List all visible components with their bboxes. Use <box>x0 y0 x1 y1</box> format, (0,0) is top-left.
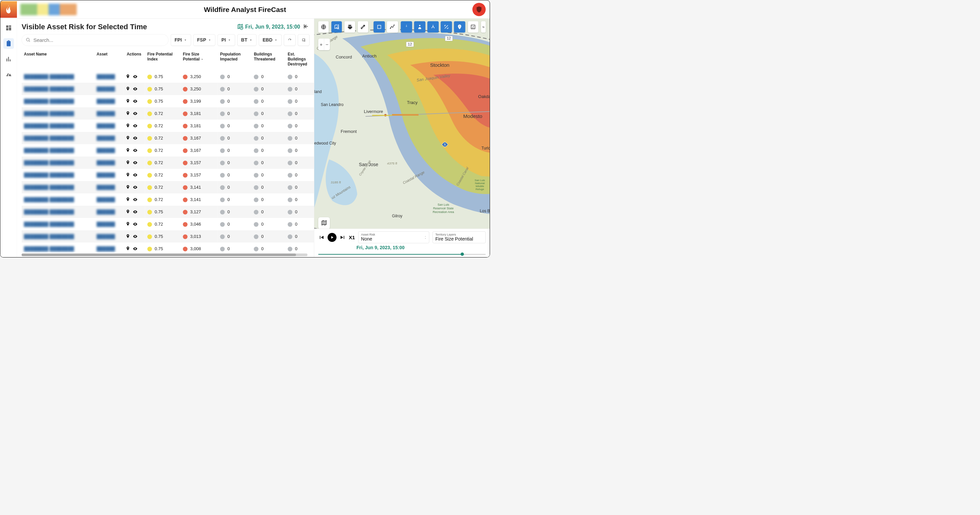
table-row[interactable]: ████████ ████████ ██████ 0.72 3,157 0 0 … <box>22 169 314 181</box>
eye-icon[interactable] <box>132 234 138 239</box>
locate-icon[interactable] <box>125 172 130 177</box>
locate-icon[interactable] <box>125 86 130 91</box>
skip-next-icon[interactable] <box>339 234 346 241</box>
locate-icon[interactable] <box>125 123 130 128</box>
skip-prev-icon[interactable] <box>318 234 325 241</box>
table-row[interactable]: ████████ ████████ ██████ 0.75 3,008 0 0 … <box>22 242 314 252</box>
locate-icon[interactable] <box>125 148 130 153</box>
eye-icon[interactable] <box>132 99 138 104</box>
zoom-in[interactable]: + <box>318 38 324 50</box>
col-actions[interactable]: Actions <box>123 49 145 70</box>
slider-handle[interactable] <box>460 252 464 256</box>
layer-z[interactable]: Z <box>468 21 478 33</box>
layer-d[interactable] <box>441 21 452 33</box>
search-input[interactable] <box>33 37 164 43</box>
table-row[interactable]: ████████ ████████ ██████ 0.72 3,167 0 0 … <box>22 144 314 156</box>
eye-icon[interactable] <box>132 111 138 116</box>
locate-icon[interactable] <box>125 99 130 104</box>
locate-icon[interactable] <box>125 136 130 140</box>
play-button[interactable] <box>328 233 337 242</box>
table-row[interactable]: ████████ ████████ ██████ 0.72 3,046 0 0 … <box>22 218 314 230</box>
col-fpi[interactable]: Fire Potential Index <box>145 49 181 70</box>
filter-ebd[interactable]: EBD <box>259 34 282 46</box>
layer-c[interactable] <box>427 21 439 33</box>
locate-icon[interactable] <box>125 246 130 251</box>
locate-icon[interactable] <box>125 209 130 214</box>
filter-fpi[interactable]: FPI <box>171 34 191 46</box>
locate-icon[interactable] <box>125 74 130 79</box>
map-zoom-to-button[interactable] <box>298 34 310 46</box>
locate-icon[interactable] <box>125 111 130 116</box>
refresh-button[interactable] <box>284 34 296 46</box>
table-row[interactable]: ████████ ████████ ██████ 0.72 3,181 0 0 … <box>22 107 314 120</box>
eye-icon[interactable] <box>132 86 138 91</box>
eye-icon[interactable] <box>132 74 138 79</box>
table-row[interactable]: ████████ ████████ ██████ 0.75 3,250 0 0 … <box>22 70 314 83</box>
eye-icon[interactable] <box>132 209 138 214</box>
shield-button[interactable] <box>473 3 486 16</box>
print-button[interactable] <box>345 21 355 33</box>
asset-name-redacted: ████████ ████████ <box>24 185 74 190</box>
zoom-control: + − <box>318 38 330 50</box>
eye-icon[interactable] <box>132 222 138 226</box>
locate-icon[interactable] <box>125 185 130 190</box>
eye-icon[interactable] <box>132 148 138 153</box>
table-row[interactable]: ████████ ████████ ██████ 0.75 3,127 0 0 … <box>22 206 314 218</box>
locate-icon[interactable] <box>125 222 130 226</box>
table-row[interactable]: ████████ ████████ ██████ 0.72 3,157 0 0 … <box>22 156 314 169</box>
territory-layer-selector[interactable]: Territory Layers Fire Size Potential <box>433 231 486 244</box>
layer-a[interactable] <box>401 21 412 33</box>
table-row[interactable]: ████████ ████████ ██████ 0.72 3,181 0 0 … <box>22 120 314 132</box>
map-clock-icon <box>237 24 243 30</box>
search-field[interactable] <box>22 34 169 46</box>
legend-toggle[interactable] <box>318 217 330 229</box>
tree-icon <box>404 24 409 30</box>
playback-speed[interactable]: X1 <box>349 234 355 240</box>
horizontal-scrollbar[interactable] <box>22 254 308 256</box>
globe-button[interactable] <box>318 21 329 33</box>
eye-icon[interactable] <box>132 160 138 165</box>
map-area[interactable]: 12 12 5 Concord Antioch Stockton Tracy L… <box>314 19 490 257</box>
select-tool[interactable] <box>373 21 385 33</box>
zoom-out[interactable]: − <box>324 38 330 50</box>
eye-icon[interactable] <box>132 123 138 128</box>
filter-pi[interactable]: PI <box>218 34 235 46</box>
col-bt[interactable]: Buildings Threatened <box>251 49 285 70</box>
nav-charts[interactable] <box>3 54 14 64</box>
measure-button[interactable] <box>358 21 368 33</box>
table-row[interactable]: ████████ ████████ ██████ 0.72 3,167 0 0 … <box>22 132 314 144</box>
eye-icon[interactable] <box>132 172 138 177</box>
map-search-button[interactable] <box>331 21 342 33</box>
collapse-panel-button[interactable] <box>303 23 310 30</box>
filter-fsp[interactable]: FSP <box>193 34 215 46</box>
time-slider[interactable] <box>318 253 486 255</box>
col-pi[interactable]: Population Impacted <box>218 49 251 70</box>
locate-icon[interactable] <box>125 197 130 202</box>
asset-risk-selector[interactable]: Asset Risk None <box>358 231 429 244</box>
eye-icon[interactable] <box>132 185 138 190</box>
locate-icon[interactable] <box>125 234 130 239</box>
table-row[interactable]: ████████ ████████ ██████ 0.75 3,013 0 0 … <box>22 230 314 242</box>
layer-b[interactable] <box>414 21 425 33</box>
filter-bt[interactable]: BT <box>237 34 256 46</box>
table-row[interactable]: ████████ ████████ ██████ 0.75 3,250 0 0 … <box>22 83 314 95</box>
panel-title: Visible Asset Risk for Selected Time <box>22 22 147 31</box>
layer-e[interactable] <box>454 21 465 33</box>
col-ebd[interactable]: Est. Buildings Destroyed <box>285 49 314 70</box>
col-asset-name[interactable]: Asset Name <box>22 49 94 70</box>
eye-icon[interactable] <box>132 246 138 251</box>
eye-icon[interactable] <box>132 197 138 202</box>
eye-icon[interactable] <box>132 136 138 140</box>
nav-asset-list[interactable] <box>3 38 14 49</box>
col-fsp[interactable]: Fire Size Potential <box>180 49 218 70</box>
table-row[interactable]: ████████ ████████ ██████ 0.75 3,199 0 0 … <box>22 95 314 107</box>
table-row[interactable]: ████████ ████████ ██████ 0.72 3,141 0 0 … <box>22 181 314 193</box>
nav-dashboard[interactable] <box>3 22 14 33</box>
col-asset[interactable]: Asset <box>94 49 123 70</box>
locate-icon[interactable] <box>125 160 130 165</box>
panel-date[interactable]: Fri, Jun 9, 2023, 15:00 <box>237 24 300 30</box>
line-tool[interactable] <box>387 21 398 33</box>
table-row[interactable]: ████████ ████████ ██████ 0.72 3,141 0 0 … <box>22 193 314 206</box>
more-tools[interactable]: N <box>481 21 486 33</box>
nav-terrain[interactable] <box>3 69 14 80</box>
